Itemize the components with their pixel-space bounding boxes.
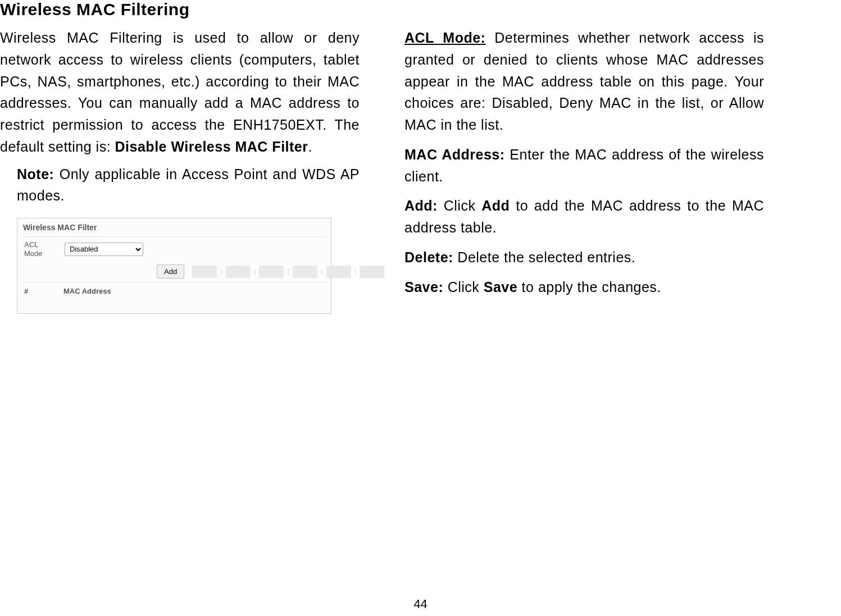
mac-entry-row: Add : : : : : [22, 261, 326, 282]
acl-mode-paragraph: ACL Mode: Determines whether network acc… [404, 27, 764, 136]
page-title: Wireless MAC Filtering [0, 0, 841, 27]
page-number: 44 [0, 597, 841, 612]
note-label: Note: [17, 166, 54, 182]
acl-mode-heading: ACL Mode: [404, 30, 485, 45]
seg-sep: : [220, 267, 222, 276]
save-pre: Click [443, 279, 484, 295]
right-column: ACL Mode: Determines whether network acc… [404, 27, 764, 314]
delete-text: Delete the selected entries. [453, 249, 635, 265]
intro-post: . [308, 139, 312, 154]
mac-address-paragraph: MAC Address: Enter the MAC address of th… [404, 144, 764, 188]
mac-table-header: # MAC Address [22, 282, 326, 296]
seg-sep: : [321, 267, 323, 276]
acl-mode-label: ACL Mode [24, 240, 53, 258]
mac-seg-6[interactable] [360, 266, 384, 278]
seg-sep: : [354, 267, 357, 276]
seg-sep: : [287, 267, 289, 276]
add-pre: Click [438, 198, 481, 213]
add-paragraph: Add: Click Add to add the MAC address to… [404, 195, 764, 239]
acl-mode-row: ACL Mode Disabled [22, 236, 326, 261]
left-column: Wireless MAC Filtering is used to allow … [0, 27, 360, 314]
mac-seg-1[interactable] [192, 266, 217, 278]
mac-address-header: MAC Address [63, 287, 111, 295]
mac-seg-3[interactable] [259, 266, 284, 278]
seg-sep: : [254, 267, 256, 276]
note-text: Only applicable in Access Point and WDS … [17, 166, 360, 204]
mac-seg-5[interactable] [326, 266, 351, 278]
save-post: to apply the changes. [517, 279, 661, 295]
hash-header: # [24, 287, 35, 295]
mac-seg-4[interactable] [293, 266, 317, 278]
acl-mode-select[interactable]: Disabled [65, 243, 143, 256]
delete-heading: Delete: [404, 249, 453, 265]
intro-pre: Wireless MAC Filtering is used to allow … [0, 30, 360, 154]
add-bold: Add [481, 198, 510, 213]
note-paragraph: Note: Only applicable in Access Point an… [0, 163, 360, 207]
add-heading: Add: [404, 198, 438, 213]
mac-address-heading: MAC Address: [404, 147, 505, 162]
mac-seg-2[interactable] [226, 266, 251, 278]
save-bold: Save [484, 279, 517, 295]
save-heading: Save: [404, 279, 443, 295]
delete-paragraph: Delete: Delete the selected entries. [404, 247, 764, 268]
save-paragraph: Save: Click Save to apply the changes. [404, 276, 764, 298]
intro-paragraph: Wireless MAC Filtering is used to allow … [0, 27, 360, 158]
add-button[interactable]: Add [157, 264, 184, 279]
mac-filter-figure: Wireless MAC Filter ACL Mode Disabled Ad… [17, 218, 331, 314]
figure-title: Wireless MAC Filter [22, 222, 326, 236]
intro-bold: Disable Wireless MAC Filter [115, 139, 308, 154]
